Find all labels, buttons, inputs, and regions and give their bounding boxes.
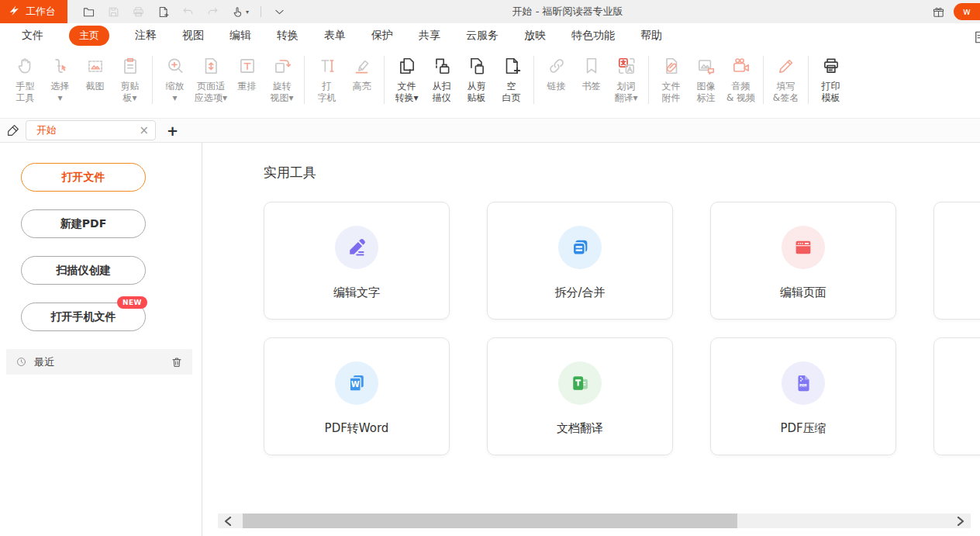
tool-card-pdf-compress[interactable]: PDFPDF压缩 [710,337,896,455]
scrollbar-thumb[interactable] [243,514,737,528]
menu-comment[interactable]: 注释 [135,29,157,43]
ribbon-blank-page-button[interactable]: 空 白页 [494,53,529,104]
rotate-view-icon [272,53,292,78]
tool-card-partial[interactable] [933,337,980,455]
ribbon-audio-video-button[interactable]: 音频 & 视频 [723,53,758,104]
menubar: 文件主页注释视图编辑转换表单保护共享云服务放映特色功能帮助 [0,23,980,47]
menu-convert[interactable]: 转换 [277,29,298,43]
workspace-button[interactable]: 工作台 [0,0,67,23]
menu-share[interactable]: 共享 [419,29,440,43]
sidebar-open-file-button[interactable]: 打开文件 [21,163,146,192]
tool-card-doc-translate[interactable]: 文档翻译 [487,337,673,455]
qat-undo-button[interactable] [181,5,195,19]
ribbon-link-button[interactable]: 链接 [539,53,574,92]
audio-video-icon [731,53,751,78]
new-tab-button[interactable]: + [167,123,178,139]
ribbon-from-clipboard-button[interactable]: 从剪 贴板 [459,53,494,104]
ribbon-select-button[interactable]: 选择 ▾ [43,53,78,104]
tool-card-pdf-to-word[interactable]: WPDF转Word [264,337,450,455]
tool-card-split-merge[interactable]: 拆分/合并 [487,202,673,320]
ribbon-clipboard-button[interactable]: 剪贴 板▾ [112,53,147,104]
recent-files-item[interactable]: 最近 [6,349,192,375]
ribbon-highlight-button[interactable]: 高亮 [344,53,379,92]
menu-help[interactable]: 帮助 [640,29,662,43]
qat-print-button[interactable] [132,5,145,19]
clock-icon [16,356,27,368]
sidebar-open-file-label: 打开文件 [62,171,105,183]
ribbon-rotate-view-button[interactable]: 旋转 视图▾ [264,53,299,104]
ribbon-zoom-button[interactable]: 缩放 ▾ [157,53,192,104]
menu-cloud[interactable]: 云服务 [466,29,499,43]
recent-label: 最近 [34,355,171,369]
workspace-label: 工作台 [26,5,56,19]
ribbon-separator [808,56,809,104]
sidebar-scanner-create-label: 扫描仪创建 [57,264,111,276]
sidebar-open-mobile-file-button[interactable]: 打开手机文件NEW [21,303,146,331]
clipped-panel-icon[interactable] [973,29,980,45]
scroll-left-icon[interactable] [218,514,238,528]
horizontal-scrollbar[interactable] [218,514,971,528]
ribbon-separator [763,56,764,104]
ribbon-page-fit-label: 页面适 应选项▾ [195,81,227,104]
account-button[interactable]: w [954,3,980,20]
sidebar-scanner-create-button[interactable]: 扫描仪创建 [21,256,146,285]
menu-protect[interactable]: 保护 [371,29,393,43]
ribbon-typewriter-button[interactable]: 打 字机 [309,53,344,104]
scrollbar-track[interactable] [238,514,951,528]
qat-touch-mode-button[interactable]: ▾ [231,5,249,19]
tool-card-partial[interactable] [933,202,980,320]
ribbon-file-convert-button[interactable]: 文件 转换▾ [389,53,424,104]
ribbon-image-annotation-button[interactable]: 图像 标注 [688,53,723,104]
tool-card-grid: 编辑文字拆分/合并编辑页面WPDF转Word文档翻译PDFPDF压缩 [264,202,980,455]
ribbon-snapshot-button[interactable]: 截图 [78,53,112,92]
titlebar-right: w [932,0,980,23]
quick-access-toolbar: ▾ [82,5,286,19]
qat-save-button[interactable] [107,5,120,19]
menu-features[interactable]: 特色功能 [571,29,615,43]
menu-edit[interactable]: 编辑 [229,29,251,43]
tool-card-label: PDF转Word [264,421,449,436]
ribbon-fill-sign-button[interactable]: 填写 &签名 [768,53,803,104]
from-clipboard-icon [467,53,487,78]
ribbon-hand-tool-button[interactable]: 手型 工具 [8,53,43,104]
ribbon-zoom-label: 缩放 ▾ [166,81,185,104]
svg-text:PDF: PDF [799,383,807,387]
ribbon-reflow-button[interactable]: 重排 [229,53,264,92]
ribbon-file-attachment-button[interactable]: 文件 附件 [654,53,688,104]
print-icon [132,5,145,19]
trash-icon[interactable] [171,356,183,368]
ribbon-print-template-button[interactable]: 打印 模板 [813,53,848,104]
sidebar-new-pdf-button[interactable]: 新建PDF [21,209,146,238]
tool-card-edit-pages[interactable]: 编辑页面 [710,202,896,320]
card-split-merge-icon [558,226,602,269]
ribbon-bookmark-button[interactable]: 书签 [574,53,609,92]
qat-open-button[interactable] [82,5,95,19]
ribbon-from-scanner-button[interactable]: 从扫 描仪 [424,53,459,104]
menu-form[interactable]: 表单 [324,29,346,43]
reflow-icon [237,53,257,78]
tab-start[interactable]: 开始 × [26,120,156,140]
link-icon [547,53,567,78]
qat-customize-toolbar-button[interactable] [273,5,286,19]
qat-new-document-button[interactable] [157,5,170,19]
bookmark-icon [581,53,602,78]
section-heading: 实用工具 [264,164,980,182]
close-tab-icon[interactable]: × [139,125,149,137]
scroll-right-icon[interactable] [951,514,971,528]
tool-card-edit-text[interactable]: 编辑文字 [264,202,450,320]
ribbon-page-fit-button[interactable]: 页面适 应选项▾ [192,53,229,104]
ribbon-translate-button[interactable]: 划词 翻译▾ [609,53,644,104]
menu-home[interactable]: 主页 [69,26,109,46]
page-fit-icon [201,53,221,78]
highlighter-icon [352,53,372,78]
gift-icon[interactable] [932,5,945,19]
ribbon-from-clipboard-label: 从剪 贴板 [468,81,486,104]
qat-redo-button[interactable] [206,5,219,19]
menu-file[interactable]: 文件 [22,29,43,43]
hand-icon [16,53,36,78]
menu-view[interactable]: 视图 [182,29,204,43]
ribbon-snapshot-label: 截图 [86,81,105,92]
menu-slideshow[interactable]: 放映 [524,29,546,43]
pencil-icon[interactable] [6,123,20,137]
zoom-icon [165,53,185,78]
